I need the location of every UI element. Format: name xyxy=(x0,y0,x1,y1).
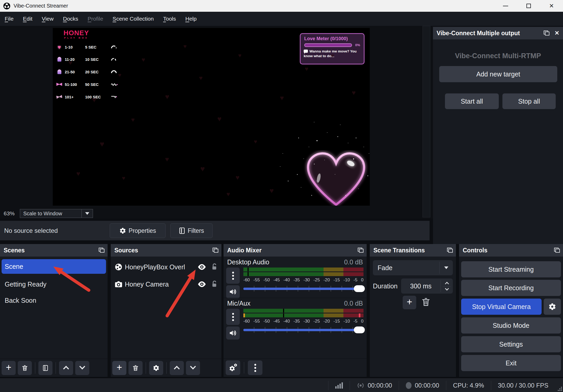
tip-tier-row: 101+ 100 SEC xyxy=(55,93,157,100)
move-scene-down-button[interactable] xyxy=(75,361,89,375)
close-button[interactable]: ✕ xyxy=(540,0,563,12)
scene-filters-button[interactable] xyxy=(38,361,52,375)
source-row-honey-camera[interactable]: Honey Camera xyxy=(111,276,221,292)
chevron-down-icon xyxy=(190,364,196,370)
visibility-eye-icon[interactable] xyxy=(197,264,206,270)
status-bar: 00:00:00 00:00:00 CPU: 4.9% 30.00 / 30.0… xyxy=(0,378,563,392)
spin-up-icon[interactable] xyxy=(445,282,449,286)
jelly-toy-icon xyxy=(55,69,63,74)
menu-item-edit[interactable]: Edit xyxy=(23,16,32,22)
faint-heart-decoration: ♥ xyxy=(92,96,97,104)
add-scene-button[interactable]: + xyxy=(2,361,16,375)
mixer-menu-button[interactable] xyxy=(248,360,262,375)
dock-close-icon[interactable]: ✕ xyxy=(555,30,559,37)
start-streaming-button[interactable]: Start Streaming xyxy=(461,261,561,277)
faint-heart-decoration: ♥ xyxy=(199,75,203,81)
volume-slider-handle[interactable] xyxy=(354,285,365,292)
popout-icon[interactable] xyxy=(99,248,104,253)
faint-heart-decoration: ♥ xyxy=(165,93,169,100)
scene-item-getting-ready[interactable]: Getting Ready xyxy=(2,277,106,292)
stop-virtual-camera-button[interactable]: Stop Virtual Camera xyxy=(461,299,542,315)
scene-transitions-dock: Scene Transitions Fade Duration 300 ms + xyxy=(370,244,456,377)
move-source-up-button[interactable] xyxy=(170,361,184,375)
virtual-camera-settings-button[interactable] xyxy=(544,299,561,315)
advanced-audio-button[interactable] xyxy=(226,360,240,375)
kebab-menu-icon xyxy=(232,313,234,315)
lock-icon[interactable] xyxy=(211,280,218,288)
title-bar: Vibe-Connect Streamer ✕ xyxy=(0,0,563,12)
menu-item-profile[interactable]: Profile xyxy=(88,16,103,22)
cpu-usage: CPU: 4.9% xyxy=(446,382,491,389)
maximize-button[interactable] xyxy=(517,0,540,12)
preview-side-dock xyxy=(423,26,430,217)
selected-source-toolbar: No source selected Properties Filters xyxy=(0,221,430,240)
love-meter-title: Love Meter (0/1000) xyxy=(301,34,364,42)
popout-icon[interactable] xyxy=(554,248,560,253)
love-meter-overlay: Love Meter (0/1000) 0% Wanna make me mov… xyxy=(300,33,365,64)
filters-button[interactable]: Filters xyxy=(170,223,213,238)
tip-tier-row: 51-100 50 SEC xyxy=(55,81,157,88)
scenes-dock: Scenes Scene Getting Ready Back Soon + xyxy=(0,244,108,377)
remove-scene-button[interactable] xyxy=(18,361,32,375)
honeyplaybox-logo: HONEY PLAY BOX xyxy=(61,29,92,39)
volume-slider-handle[interactable] xyxy=(354,326,365,333)
menu-item-file[interactable]: File xyxy=(5,16,14,22)
scene-item-back-soon[interactable]: Back Soon xyxy=(2,293,106,308)
visibility-eye-icon[interactable] xyxy=(197,281,206,288)
gear-icon xyxy=(548,303,556,311)
scale-mode-dropdown[interactable]: Scale to Window xyxy=(20,209,93,218)
channel-menu-button[interactable] xyxy=(226,309,240,325)
properties-button[interactable]: Properties xyxy=(110,223,166,238)
spin-down-icon[interactable] xyxy=(445,286,449,290)
source-properties-button[interactable] xyxy=(149,361,163,375)
menu-item-view[interactable]: View xyxy=(42,16,54,22)
faint-heart-decoration: ♥ xyxy=(280,94,284,101)
multi-output-dock: Vibe-Connect Multiple output ✕ Vibe-Conn… xyxy=(433,27,563,244)
mixer-channel-mic-aux: Mic/Aux 0.0 dB xyxy=(224,299,367,340)
add-source-button[interactable]: + xyxy=(112,361,126,375)
stop-all-button[interactable]: Stop all xyxy=(502,93,556,109)
minimize-button[interactable] xyxy=(494,0,517,12)
obs-logo-icon xyxy=(3,2,10,10)
add-transition-button[interactable]: + xyxy=(403,296,416,309)
vibe-pulse-icon xyxy=(111,95,118,98)
popout-icon[interactable] xyxy=(213,248,218,253)
mute-speaker-button[interactable] xyxy=(226,326,240,340)
popout-icon[interactable] xyxy=(544,31,549,35)
mute-speaker-button[interactable] xyxy=(226,285,240,298)
double-gear-icon xyxy=(229,364,237,372)
faint-heart-decoration: ♥ xyxy=(68,59,72,66)
gear-icon xyxy=(119,227,126,234)
move-scene-up-button[interactable] xyxy=(59,361,73,375)
popout-icon[interactable] xyxy=(358,248,363,253)
start-all-button[interactable]: Start all xyxy=(445,93,499,109)
scene-item-scene[interactable]: Scene xyxy=(2,259,106,274)
menu-item-docks[interactable]: Docks xyxy=(63,16,78,22)
sparkle-decoration xyxy=(314,164,315,164)
tip-tier-row: ♥ 1-10 5 SEC xyxy=(55,44,157,50)
menu-item-help[interactable]: Help xyxy=(185,16,197,22)
source-row-honeyplaybox[interactable]: HoneyPlayBox Overl xyxy=(111,259,221,275)
menu-item-tools[interactable]: Tools xyxy=(163,16,176,22)
record-icon xyxy=(406,382,412,389)
resize-grip[interactable] xyxy=(558,387,562,391)
transition-dropdown[interactable]: Fade xyxy=(373,260,453,275)
faint-heart-decoration: ♥ xyxy=(76,170,80,177)
add-new-target-button[interactable]: Add new target xyxy=(439,66,557,82)
duration-spinbox[interactable]: 300 ms xyxy=(401,278,453,294)
menu-item-scene-collection[interactable]: Scene Collection xyxy=(113,16,154,22)
window-title: Vibe-Connect Streamer xyxy=(14,3,68,9)
lock-icon[interactable] xyxy=(211,263,218,271)
app-window: Vibe-Connect Streamer ✕ File Edit View D… xyxy=(0,0,563,392)
move-source-down-button[interactable] xyxy=(186,361,200,375)
volume-slider[interactable] xyxy=(243,285,363,293)
start-recording-button[interactable]: Start Recording xyxy=(461,280,561,296)
channel-menu-button[interactable] xyxy=(226,268,240,284)
popout-icon[interactable] xyxy=(447,248,453,253)
remove-source-button[interactable] xyxy=(128,361,143,375)
volume-slider[interactable] xyxy=(243,326,363,334)
studio-mode-button[interactable]: Studio Mode xyxy=(461,317,561,334)
remove-transition-button[interactable] xyxy=(421,297,431,307)
exit-button[interactable]: Exit xyxy=(461,355,561,371)
settings-button[interactable]: Settings xyxy=(461,336,561,352)
